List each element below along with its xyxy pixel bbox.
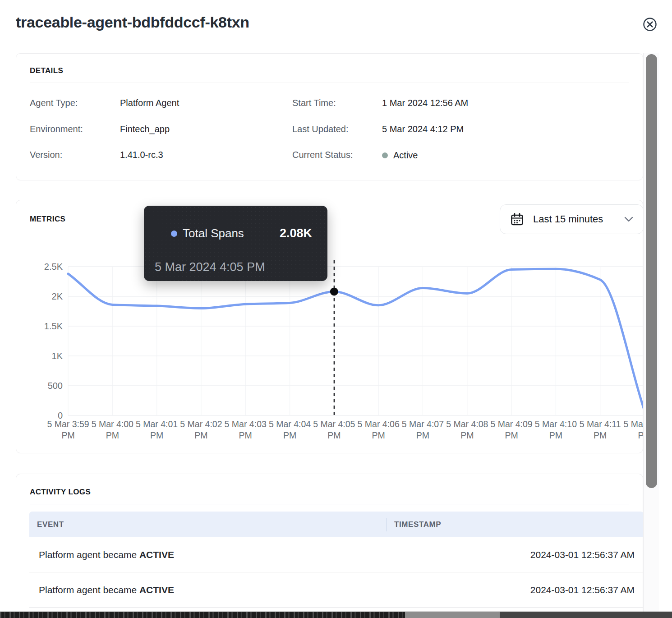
event-text: Platform agent became — [39, 585, 139, 595]
activity-logs-table: EVENT TIMESTAMP Platform agent became AC… — [29, 512, 644, 608]
svg-text:5 Mar 4:12: 5 Mar 4:12 — [623, 419, 644, 429]
svg-text:5 Mar 4:00: 5 Mar 4:00 — [92, 419, 133, 429]
svg-text:PM: PM — [460, 430, 474, 440]
background-window-segment — [500, 612, 672, 618]
event-text: Platform agent became — [39, 549, 139, 560]
svg-text:PM: PM — [372, 430, 385, 440]
activity-logs-heading: ACTIVITY LOGS — [30, 488, 91, 497]
tooltip-series-name: Total Spans — [183, 226, 280, 240]
close-icon — [642, 17, 658, 32]
detail-label-agent-type: Agent Type: — [30, 98, 120, 109]
detail-value-last-updated: 5 Mar 2024 4:12 PM — [382, 124, 464, 135]
svg-text:5 Mar 4:07: 5 Mar 4:07 — [402, 419, 444, 429]
svg-text:PM: PM — [239, 430, 252, 440]
detail-label-last-updated: Last Updated: — [292, 124, 382, 135]
detail-label-current-status: Current Status: — [292, 150, 382, 161]
svg-text:PM: PM — [327, 430, 341, 440]
svg-text:2K: 2K — [52, 291, 63, 301]
column-header-timestamp: TIMESTAMP — [394, 520, 441, 529]
activity-logs-divider — [30, 504, 629, 504]
event-status-badge: ACTIVE — [139, 585, 174, 595]
svg-text:5 Mar 4:03: 5 Mar 4:03 — [225, 419, 267, 429]
table-row[interactable]: Platform agent became ACTIVE 2024-03-01 … — [29, 537, 644, 572]
chart-tooltip: Total Spans 2.08K 5 Mar 2024 4:05 PM — [144, 206, 327, 281]
svg-text:PM: PM — [416, 430, 429, 440]
svg-text:5 Mar 4:02: 5 Mar 4:02 — [180, 419, 222, 429]
svg-text:5 Mar 4:06: 5 Mar 4:06 — [358, 419, 400, 429]
modal-bottom-edge — [0, 611, 672, 612]
event-timestamp: 2024-03-01 12:56:37 AM — [530, 585, 644, 595]
background-window-strip — [0, 612, 672, 618]
svg-text:PM: PM — [549, 430, 562, 440]
event-status-badge: ACTIVE — [139, 549, 174, 560]
svg-text:5 Mar 3:59: 5 Mar 3:59 — [47, 419, 89, 429]
svg-text:5 Mar 4:08: 5 Mar 4:08 — [446, 419, 488, 429]
tooltip-timestamp: 5 Mar 2024 4:05 PM — [155, 260, 265, 274]
status-dot-icon — [382, 152, 388, 158]
svg-text:PM: PM — [61, 430, 74, 440]
table-row[interactable]: Platform agent became ACTIVE 2024-03-01 … — [29, 572, 644, 608]
details-divider — [30, 83, 629, 83]
svg-text:1.5K: 1.5K — [44, 321, 63, 331]
total-spans-line-chart[interactable]: 05001K1.5K2K2.5K5 Mar 3:59PM5 Mar 4:00PM… — [16, 200, 644, 454]
svg-text:5 Mar 4:09: 5 Mar 4:09 — [490, 419, 532, 429]
event-timestamp: 2024-03-01 12:56:37 AM — [530, 549, 644, 560]
table-header-row: EVENT TIMESTAMP — [29, 512, 644, 537]
detail-label-environment: Environment: — [30, 124, 120, 135]
svg-text:5 Mar 4:05: 5 Mar 4:05 — [313, 419, 355, 429]
column-header-event: EVENT — [29, 520, 387, 529]
svg-text:5 Mar 4:04: 5 Mar 4:04 — [269, 419, 311, 429]
background-window-text-strip — [0, 612, 405, 618]
svg-text:PM: PM — [283, 430, 296, 440]
svg-text:5 Mar 4:10: 5 Mar 4:10 — [535, 419, 577, 429]
svg-text:1K: 1K — [52, 351, 63, 361]
detail-value-version: 1.41.0-rc.3 — [120, 150, 163, 161]
detail-value-current-status: Active — [393, 150, 418, 161]
series-dot-icon — [171, 231, 177, 237]
page-title: traceable-agent-bdbfddccf-k8txn — [16, 14, 249, 31]
svg-text:500: 500 — [48, 381, 63, 391]
svg-text:PM: PM — [194, 430, 207, 440]
svg-text:PM: PM — [505, 430, 518, 440]
detail-value-agent-type: Platform Agent — [120, 98, 179, 109]
detail-value-start-time: 1 Mar 2024 12:56 AM — [382, 98, 468, 109]
svg-text:PM: PM — [106, 430, 119, 440]
svg-text:5 Mar 4:11: 5 Mar 4:11 — [580, 419, 621, 429]
scrollbar-thumb[interactable] — [646, 54, 657, 488]
close-button[interactable] — [642, 17, 658, 32]
detail-label-version: Version: — [30, 150, 120, 161]
tooltip-series-value: 2.08K — [280, 226, 312, 240]
activity-logs-card: ACTIVITY LOGS EVENT TIMESTAMP Platform a… — [16, 474, 643, 618]
svg-text:PM: PM — [150, 430, 163, 440]
column-divider — [387, 518, 387, 531]
svg-text:5 Mar 4:01: 5 Mar 4:01 — [136, 419, 178, 429]
svg-text:2.5K: 2.5K — [44, 262, 63, 272]
detail-value-environment: Fintech_app — [120, 124, 170, 135]
details-card: DETAILS Agent Type: Platform Agent Start… — [16, 53, 643, 180]
metrics-card: METRICS Last 15 minutes 05001K1.5K2K2.5K… — [16, 200, 643, 453]
details-heading: DETAILS — [30, 66, 63, 75]
background-window-segment — [405, 612, 500, 618]
detail-label-start-time: Start Time: — [292, 98, 382, 109]
agent-detail-modal: traceable-agent-bdbfddccf-k8txn DETAILS … — [0, 0, 672, 618]
svg-text:PM: PM — [594, 430, 607, 440]
